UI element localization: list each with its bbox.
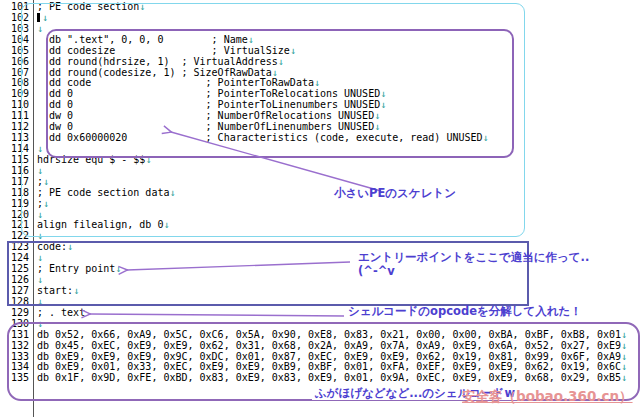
eol-mark: ↓ bbox=[314, 77, 320, 88]
eol-mark: ↓ bbox=[621, 361, 627, 372]
line-code-text: hdrsize equ $ - $$ bbox=[37, 154, 145, 165]
code-line[interactable]: 101 ; PE code section↓ bbox=[0, 2, 640, 13]
line-text: ; PE code section↓ bbox=[37, 2, 145, 13]
note-entry-point-line1: エントリーポイントをここで適当に作って.. bbox=[358, 251, 589, 264]
code-line[interactable]: 118 ; PE code section data↓ bbox=[0, 188, 640, 199]
line-code-text: dw 0 ; NumberOfLinenumbers UNUSED bbox=[37, 121, 374, 132]
line-text: dd 0x60000020 ; Characteristics (code, e… bbox=[37, 133, 489, 144]
line-text: ; . text bbox=[37, 308, 85, 319]
code-line[interactable]: 135 db 0x1F, 0x9D, 0xFE, 0xBD, 0x83, 0xE… bbox=[0, 373, 640, 384]
note-pe-skeleton: 小さいPEのスケレトン bbox=[334, 187, 456, 200]
line-code-text: dd codesize ; VirtualSize bbox=[37, 45, 290, 56]
eol-mark: ↓ bbox=[37, 143, 43, 154]
code-line[interactable]: 113 dd 0x60000020 ; Characteristics (cod… bbox=[0, 133, 640, 144]
eol-mark: ↓ bbox=[139, 1, 145, 12]
line-code-text: ; PE code section bbox=[37, 1, 139, 12]
line-number: 105 bbox=[0, 46, 29, 57]
eol-mark: ↓ bbox=[272, 67, 278, 78]
line-code-text: ; . text bbox=[37, 307, 85, 318]
watermark-bobao: 安全客（bobao.360.cn） bbox=[462, 388, 633, 406]
text-editor-screenshot: 101 ; PE code section↓ 102 ↓ 103 ↓ 104 d… bbox=[0, 0, 640, 417]
line-number: 131 bbox=[0, 330, 29, 341]
line-text: hdrsize equ $ - $$↓ bbox=[37, 155, 151, 166]
line-number: 135 bbox=[0, 373, 29, 384]
line-code-text: dw 0 ; NumberOfRelocations UNUSED bbox=[37, 110, 374, 121]
line-code-text: db 0xE9, 0x01, 0x33, 0xEC, 0xE9, 0xE9, 0… bbox=[37, 361, 621, 372]
line-code-text: dd 0 ; PointerToLinenumbers UNUSED bbox=[37, 99, 380, 110]
line-number: 118 bbox=[0, 188, 29, 199]
line-code-text: ; PE code section data bbox=[37, 187, 169, 198]
eol-mark: ↓ bbox=[483, 132, 489, 143]
eol-mark: ↓ bbox=[163, 219, 169, 230]
eol-mark: ↓ bbox=[43, 198, 49, 209]
eol-mark: ↓ bbox=[115, 263, 121, 274]
eol-mark: ↓ bbox=[37, 23, 43, 34]
line-text: ; PE code section data↓ bbox=[37, 188, 175, 199]
eol-mark: ↓ bbox=[43, 176, 49, 187]
line-text: start:↓ bbox=[37, 286, 79, 297]
line-code-text: ; Entry point bbox=[37, 263, 115, 274]
code-line[interactable]: 122 ↓ bbox=[0, 231, 640, 242]
code-line[interactable]: 125 ; Entry point↓ bbox=[0, 264, 640, 275]
eol-mark: ↓ bbox=[290, 45, 296, 56]
line-code-text: align filealign, db 0 bbox=[37, 219, 163, 230]
code-line[interactable]: 116 ↓ bbox=[0, 166, 640, 177]
eol-mark: ↓ bbox=[37, 209, 43, 220]
line-text: db 0x1F, 0x9D, 0xFE, 0xBD, 0x83, 0xE9, 0… bbox=[37, 373, 627, 384]
eol-mark: ↓ bbox=[37, 274, 43, 285]
code-line[interactable]: 119 ;↓ bbox=[0, 199, 640, 210]
note-shellcode-opcode: シェルコードのopcodeを分解して入れた！ bbox=[348, 305, 582, 318]
eol-mark: ↓ bbox=[42, 12, 48, 23]
eol-mark: ↓ bbox=[621, 351, 627, 362]
eol-mark: ↓ bbox=[374, 121, 380, 132]
eol-mark: ↓ bbox=[145, 154, 151, 165]
eol-mark: ↓ bbox=[37, 230, 43, 241]
eol-mark: ↓ bbox=[37, 252, 43, 263]
line-code-text: db 0xE9, 0xE9, 0xE9, 0x9C, 0xDC, 0x01, 0… bbox=[37, 351, 621, 362]
line-code-text: db 0x52, 0x66, 0xA9, 0x5C, 0xC6, 0x5A, 0… bbox=[37, 329, 621, 340]
line-code-text: db 0x1F, 0x9D, 0xFE, 0xBD, 0x83, 0xE9, 0… bbox=[37, 372, 621, 383]
code-line[interactable]: 127 start:↓ bbox=[0, 286, 640, 297]
eol-mark: ↓ bbox=[278, 56, 284, 67]
line-number: 119 bbox=[0, 199, 29, 210]
eol-mark: ↓ bbox=[73, 285, 79, 296]
line-code-text: db ".text", 0, 0, 0 ; Name bbox=[37, 34, 248, 45]
eol-mark: ↓ bbox=[621, 372, 627, 383]
line-text: ; Entry point↓ bbox=[37, 264, 121, 275]
eol-mark: ↓ bbox=[67, 241, 73, 252]
line-text: align filealign, db 0↓ bbox=[37, 220, 169, 231]
line-code-text: dd round(codesize, 1) ; SizeOfRawData bbox=[37, 67, 272, 78]
eol-mark: ↓ bbox=[374, 110, 380, 121]
line-code-text: dd round(hdrsize, 1) ; VirtualAddress bbox=[37, 56, 278, 67]
eol-mark: ↓ bbox=[37, 318, 43, 329]
line-code-text: dd 0 ; PointerToRelocations UNUSED bbox=[37, 88, 380, 99]
eol-mark: ↓ bbox=[169, 187, 175, 198]
text-caret bbox=[37, 13, 40, 22]
eol-mark: ↓ bbox=[248, 34, 254, 45]
line-code-text: dd 0x60000020 ; Characteristics (code, e… bbox=[37, 132, 483, 143]
line-code-text: code: bbox=[37, 241, 67, 252]
eol-mark: ↓ bbox=[621, 329, 627, 340]
line-code-text: dd code ; PointerToRawData bbox=[37, 77, 314, 88]
code-line[interactable]: 121 align filealign, db 0↓ bbox=[0, 220, 640, 231]
eol-mark: ↓ bbox=[380, 99, 386, 110]
eol-mark: ↓ bbox=[37, 296, 43, 307]
line-code-text: start: bbox=[37, 285, 73, 296]
line-code-text: db 0x45, 0xEC, 0xE9, 0xE9, 0x62, 0x31, 0… bbox=[37, 340, 621, 351]
code-line[interactable]: 115 hdrsize equ $ - $$↓ bbox=[0, 155, 640, 166]
eol-mark: ↓ bbox=[621, 340, 627, 351]
code-line[interactable]: 102 ↓ bbox=[0, 13, 640, 24]
eol-mark: ↓ bbox=[37, 165, 43, 176]
code-line[interactable]: 126 ↓ bbox=[0, 275, 640, 286]
code-lines[interactable]: 101 ; PE code section↓ 102 ↓ 103 ↓ 104 d… bbox=[0, 2, 640, 384]
eol-mark: ↓ bbox=[380, 88, 386, 99]
line-number: 132 bbox=[0, 341, 29, 352]
note-entry-point-line2: (^-^v bbox=[358, 265, 395, 278]
line-number: 106 bbox=[0, 57, 29, 68]
